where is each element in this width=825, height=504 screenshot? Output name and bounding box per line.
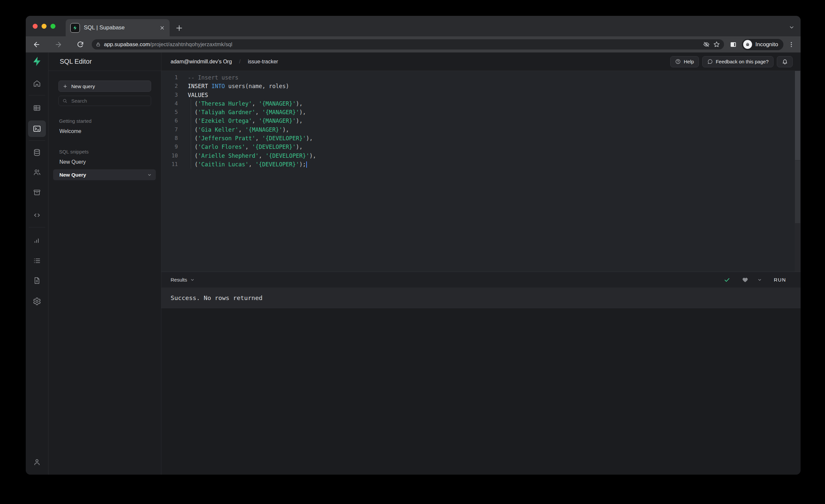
browser-tab[interactable]: SQL | Supabase [66, 19, 170, 36]
code-line-text: ('Carlo Flores', '{DEVELOPER}'), [188, 143, 303, 151]
sql-editor-sidebar: SQL Editor New query Getting startedWelc… [49, 53, 161, 475]
back-button[interactable] [32, 40, 42, 50]
browser-window: SQL | Supabase app.supabase.com/project/… [26, 16, 801, 475]
scrollbar-thumb[interactable] [795, 71, 800, 160]
bookmark-star-icon[interactable] [713, 41, 720, 48]
account-icon[interactable] [33, 458, 41, 466]
results-empty-area [161, 308, 801, 475]
chat-bubble-icon [707, 59, 713, 64]
code-line-text: ('Arielle Shepherd', '{DEVELOPER}'), [188, 151, 316, 160]
code-line[interactable]: 10 ('Arielle Shepherd', '{DEVELOPER}'), [161, 151, 801, 160]
sidebar-item-label: Welcome [59, 128, 81, 134]
tab-close-icon[interactable] [159, 25, 165, 31]
browser-menu-icon[interactable] [788, 41, 795, 48]
favorite-heart-icon[interactable] [742, 277, 748, 283]
query-success-check-icon [724, 277, 730, 283]
results-dropdown-label: Results [171, 277, 187, 283]
tab-title: SQL | Supabase [84, 24, 159, 31]
run-button[interactable]: RUN [774, 277, 786, 283]
url-path: /project/azahtnhqohyjerzaxtmk/sql [150, 41, 232, 47]
code-line-text: ('Caitlin Lucas', '{DEVELOPER}'); [188, 160, 307, 169]
url-bar[interactable]: app.supabase.com/project/azahtnhqohyjerz… [92, 39, 724, 50]
minimize-window-button[interactable] [42, 24, 47, 29]
code-line[interactable]: 5 ('Taliyah Gardner', '{MANAGER}'), [161, 108, 801, 117]
sidebar-item[interactable]: Welcome [58, 126, 151, 137]
traffic-lights [33, 24, 56, 29]
bell-icon [782, 58, 788, 65]
supabase-app: SQL Editor New query Getting startedWelc… [26, 53, 801, 475]
code-line[interactable]: 11 ('Caitlin Lucas', '{DEVELOPER}'); [161, 160, 801, 169]
code-line[interactable]: 8 ('Jefferson Pratt', '{DEVELOPER}'), [161, 134, 801, 143]
edge-functions-icon[interactable] [33, 211, 41, 219]
sql-editor-icon[interactable] [33, 125, 41, 133]
run-options-chevron-icon[interactable] [757, 278, 762, 282]
code-line[interactable]: 4 ('Theresa Hurley', '{MANAGER}'), [161, 99, 801, 108]
new-tab-button[interactable] [175, 24, 183, 32]
sidebar-sections: Getting startedWelcomeSQL snippetsNew Qu… [58, 118, 151, 180]
text-cursor [306, 161, 307, 168]
chevron-down-icon [190, 278, 195, 282]
query-result-message: Success. No rows returned [161, 287, 801, 308]
code-line[interactable]: 1-- Insert users [161, 73, 801, 82]
code-line[interactable]: 9 ('Carlo Flores', '{DEVELOPER}'), [161, 143, 801, 151]
code-line-text: ('Taliyah Gardner', '{MANAGER}'), [188, 108, 306, 117]
chevron-down-icon[interactable] [147, 172, 152, 177]
breadcrumb-project[interactable]: issue-tracker [248, 59, 278, 65]
indent-guide [191, 99, 191, 169]
incognito-badge: Incognito [742, 39, 783, 50]
reload-button[interactable] [75, 40, 85, 50]
url-text: app.supabase.com/project/azahtnhqohyjerz… [104, 41, 699, 48]
storage-icon[interactable] [33, 189, 41, 197]
side-panel-icon[interactable] [729, 41, 737, 49]
lock-icon [96, 42, 101, 47]
sidebar-item-active[interactable]: New Query [53, 169, 156, 180]
database-icon[interactable] [33, 149, 41, 157]
table-editor-icon[interactable] [33, 104, 41, 112]
sidebar-item[interactable]: New Query [58, 156, 151, 167]
auth-users-icon[interactable] [33, 168, 41, 176]
new-query-button[interactable]: New query [58, 80, 151, 92]
zoom-window-button[interactable] [51, 24, 56, 29]
close-window-button[interactable] [33, 24, 38, 29]
forward-button[interactable] [54, 40, 63, 50]
code-line[interactable]: 2INSERT INTO users(name, roles) [161, 82, 801, 90]
rail-divider [29, 140, 45, 141]
tab-search-chevron-icon[interactable] [789, 24, 795, 30]
search-icon [62, 98, 67, 103]
incognito-label: Incognito [755, 41, 778, 48]
code-line[interactable]: 7 ('Gia Keller', '{MANAGER}'), [161, 126, 801, 134]
code-line[interactable]: 6 ('Ezekiel Ortega', '{MANAGER}'), [161, 117, 801, 125]
breadcrumb-org[interactable]: adam@windmill.dev's Org [171, 59, 232, 65]
code-line-text: ('Gia Keller', '{MANAGER}'), [188, 126, 289, 134]
line-number: 11 [161, 160, 188, 169]
line-number: 10 [161, 151, 188, 160]
eye-off-icon[interactable] [703, 41, 710, 48]
settings-gear-icon[interactable] [33, 297, 41, 306]
line-number: 8 [161, 134, 188, 143]
results-dropdown[interactable]: Results [171, 277, 195, 283]
code-line-text: ('Jefferson Pratt', '{DEVELOPER}'), [188, 134, 313, 143]
reports-icon[interactable] [33, 236, 41, 244]
breadcrumb-separator: / [239, 59, 241, 65]
feedback-button[interactable]: Feedback on this page? [702, 56, 773, 67]
code-line-text: INSERT INTO users(name, roles) [188, 82, 289, 90]
sql-code-editor[interactable]: 1-- Insert users2INSERT INTO users(name,… [161, 71, 801, 272]
supabase-logo-icon[interactable] [32, 56, 42, 67]
new-query-button-label: New query [71, 83, 95, 89]
url-host: app.supabase.com [104, 41, 150, 47]
sidebar-item-label: New Query [59, 159, 86, 165]
help-button[interactable]: Help [670, 56, 699, 67]
supabase-favicon-icon [70, 23, 80, 33]
line-number: 1 [161, 73, 188, 82]
notifications-button[interactable] [777, 56, 793, 67]
logs-icon[interactable] [33, 257, 41, 265]
search-box[interactable] [58, 96, 151, 106]
sidebar-section-label: Getting started [58, 118, 151, 124]
feedback-button-label: Feedback on this page? [716, 59, 768, 64]
search-input[interactable] [71, 98, 147, 104]
home-icon[interactable] [33, 80, 41, 88]
line-number: 9 [161, 143, 188, 151]
docs-icon[interactable] [33, 277, 41, 285]
code-line[interactable]: 3VALUES [161, 91, 801, 99]
editor-scrollbar[interactable] [795, 71, 801, 272]
